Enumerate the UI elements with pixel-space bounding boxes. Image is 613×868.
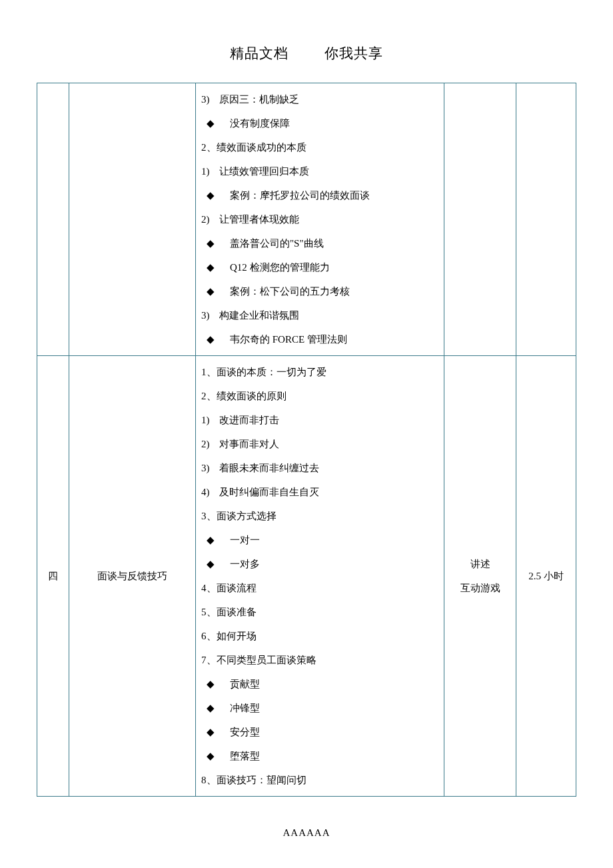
- diamond-bullet-icon: ◆: [201, 231, 220, 255]
- content-line: ◆ 韦尔奇的 FORCE 管理法则: [199, 327, 438, 351]
- line-text: 贡献型: [220, 679, 260, 689]
- cell-content: 3) 原因三：机制缺乏◆ 没有制度保障2、绩效面谈成功的本质1) 让绩效管理回归…: [196, 83, 444, 356]
- cell-col2: [69, 83, 196, 356]
- content-line: 4、面谈流程: [199, 576, 438, 600]
- content-line: 3、面谈方式选择: [199, 504, 438, 528]
- content-line: 8、面谈技巧：望闻问切: [199, 768, 438, 792]
- table-row: 3) 原因三：机制缺乏◆ 没有制度保障2、绩效面谈成功的本质1) 让绩效管理回归…: [37, 83, 576, 356]
- content-line: ◆ 冲锋型: [199, 696, 438, 720]
- line-text: 韦尔奇的 FORCE 管理法则: [220, 334, 347, 345]
- content-line: ◆ 堕落型: [199, 744, 438, 768]
- content-line: ◆ 案例：松下公司的五力考核: [199, 279, 438, 303]
- method-line: 互动游戏: [450, 576, 510, 600]
- diamond-bullet-icon: ◆: [201, 111, 220, 135]
- content-table: 3) 原因三：机制缺乏◆ 没有制度保障2、绩效面谈成功的本质1) 让绩效管理回归…: [37, 83, 576, 797]
- content-line: 2、绩效面谈成功的本质: [199, 135, 438, 159]
- content-line: ◆ 案例：摩托罗拉公司的绩效面谈: [199, 183, 438, 207]
- cell-col1: [37, 83, 69, 356]
- content-line: 1) 让绩效管理回归本质: [199, 159, 438, 183]
- cell-col4: 讲述 互动游戏: [444, 356, 516, 797]
- document-page: 精品文档 你我共享 3) 原因三：机制缺乏◆ 没有制度保障2、绩效面谈成功的本质…: [0, 0, 613, 865]
- cell-col1: 四: [37, 356, 69, 797]
- content-line: 3) 原因三：机制缺乏: [199, 87, 438, 111]
- page-header: 精品文档 你我共享: [37, 44, 576, 63]
- content-line: 2) 对事而非对人: [199, 432, 438, 456]
- line-text: 案例：摩托罗拉公司的绩效面谈: [220, 190, 370, 201]
- diamond-bullet-icon: ◆: [201, 744, 220, 768]
- page-footer: AAAAAA: [37, 827, 576, 839]
- cell-col5: [516, 83, 576, 356]
- content-line: ◆ 一对多: [199, 552, 438, 576]
- content-line: ◆ 安分型: [199, 720, 438, 744]
- diamond-bullet-icon: ◆: [201, 279, 220, 303]
- content-line: 3) 着眼未来而非纠缠过去: [199, 456, 438, 480]
- cell-content: 1、面谈的本质：一切为了爱2、绩效面谈的原则1) 改进而非打击2) 对事而非对人…: [196, 356, 444, 797]
- diamond-bullet-icon: ◆: [201, 327, 220, 351]
- table-row: 四 面谈与反馈技巧 1、面谈的本质：一切为了爱2、绩效面谈的原则1) 改进而非打…: [37, 356, 576, 797]
- line-text: Q12 检测您的管理能力: [220, 262, 330, 273]
- content-line: 1) 改进而非打击: [199, 408, 438, 432]
- content-line: 7、不同类型员工面谈策略: [199, 648, 438, 672]
- diamond-bullet-icon: ◆: [201, 552, 220, 576]
- line-text: 冲锋型: [220, 703, 260, 713]
- content-line: 1、面谈的本质：一切为了爱: [199, 360, 438, 384]
- line-text: 盖洛普公司的"S"曲线: [220, 238, 324, 249]
- content-line: ◆ 一对一: [199, 528, 438, 552]
- cell-col4: [444, 83, 516, 356]
- content-line: 3) 构建企业和谐氛围: [199, 303, 438, 327]
- diamond-bullet-icon: ◆: [201, 696, 220, 720]
- line-text: 没有制度保障: [220, 118, 290, 129]
- content-line: 2、绩效面谈的原则: [199, 384, 438, 408]
- content-line: ◆ 盖洛普公司的"S"曲线: [199, 231, 438, 255]
- header-right: 你我共享: [324, 45, 383, 61]
- method-line: 讲述: [450, 552, 510, 576]
- line-text: 安分型: [220, 727, 260, 737]
- diamond-bullet-icon: ◆: [201, 672, 220, 696]
- diamond-bullet-icon: ◆: [201, 720, 220, 744]
- line-text: 案例：松下公司的五力考核: [220, 286, 350, 297]
- cell-col2: 面谈与反馈技巧: [69, 356, 196, 797]
- line-text: 一对多: [220, 559, 260, 569]
- content-line: ◆ 没有制度保障: [199, 111, 438, 135]
- diamond-bullet-icon: ◆: [201, 528, 220, 552]
- content-line: 5、面谈准备: [199, 600, 438, 624]
- content-line: ◆ Q12 检测您的管理能力: [199, 255, 438, 279]
- content-line: 4) 及时纠偏而非自生自灭: [199, 480, 438, 504]
- content-line: 2) 让管理者体现效能: [199, 207, 438, 231]
- header-left: 精品文档: [230, 45, 289, 61]
- content-line: 6、如何开场: [199, 624, 438, 648]
- line-text: 堕落型: [220, 751, 260, 761]
- diamond-bullet-icon: ◆: [201, 255, 220, 279]
- line-text: 一对一: [220, 535, 260, 545]
- cell-col5: 2.5 小时: [516, 356, 576, 797]
- content-line: ◆ 贡献型: [199, 672, 438, 696]
- diamond-bullet-icon: ◆: [201, 183, 220, 207]
